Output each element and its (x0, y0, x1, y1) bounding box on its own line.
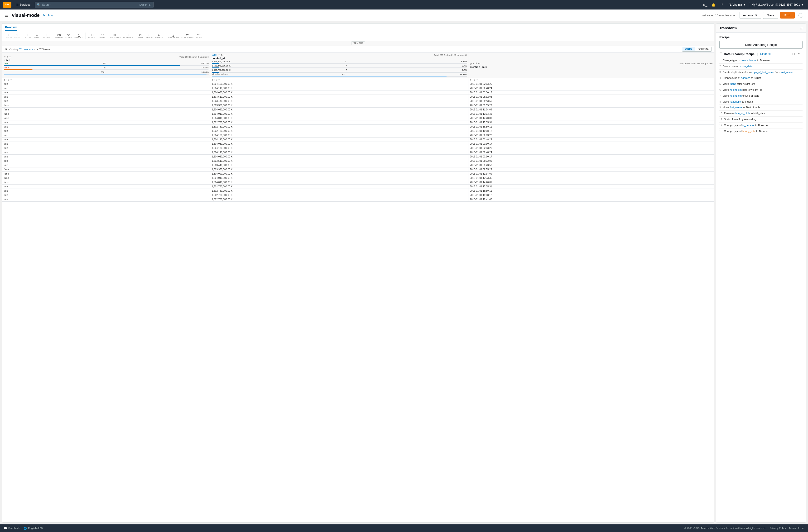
merge-button[interactable]: ⊞ MERGE (145, 33, 154, 39)
table-row: true1,503,440,000.00 K2016-01-01 08:43:5… (2, 163, 714, 167)
services-label: Services (19, 3, 31, 6)
actions-button[interactable]: Actions ▼ (739, 12, 761, 19)
more-options-rated[interactable]: ••• (10, 79, 12, 81)
preview-panel: Preview ↩ UNDO ↪ REDO ⊡ (2, 23, 714, 522)
feedback-button[interactable]: 💬 Feedback (4, 527, 20, 530)
rated-distinct: Distinct 2 (189, 56, 199, 58)
invalid-button[interactable]: ⊘ INVALID (98, 33, 107, 39)
cell-created-at-1: 1,504,110,000.00 K (210, 86, 469, 91)
duplicates-button[interactable]: ⊞ DUPLICATES (108, 33, 122, 39)
done-authoring-button[interactable]: Done Authoring Recipe (719, 41, 803, 49)
filter-button[interactable]: ⊡ FILTER (24, 33, 33, 39)
recipe-export-icon[interactable]: ⊡ (791, 52, 796, 56)
cell-created-at-14: 1,504,030,000.00 K (210, 142, 469, 146)
columns-link[interactable]: 23 columns (19, 48, 33, 51)
rated-all-other-pct: 98.84% (202, 71, 209, 73)
abc-badge-created-at: ABC (212, 54, 217, 56)
run-button[interactable]: Run (780, 12, 795, 19)
created-bar1-fill (212, 63, 219, 64)
cell-creation-date-19: 2016-01-01 08:43:50 (469, 163, 714, 167)
help-icon-btn[interactable]: ? (719, 1, 726, 8)
cell-creation-date-20: 2016-01-01 09:55:22 (469, 167, 714, 172)
table-row: false1,503,350,000.00 K2016-01-01 09:55:… (2, 103, 714, 108)
privacy-policy-link[interactable]: Privacy Policy (770, 527, 786, 530)
filter-row: ▼ ↑ ↓ ••• ▼ ↑ ↓ (2, 78, 714, 82)
creation-distinct: Distinct 259 (688, 62, 700, 65)
more-icon-created-at[interactable]: ••• (223, 54, 225, 56)
filter-icon-creation-date-row[interactable]: ▼ (469, 79, 472, 81)
locale-selector[interactable]: 🌐 English (US) (23, 527, 43, 530)
clear-all-link[interactable]: Clear all (760, 52, 770, 56)
rated-total: Total 259 (179, 56, 188, 58)
create-button[interactable]: ⊕ CREATE (154, 33, 164, 39)
data-table-container[interactable]: ▼ ⇅ ••• Total 259 Distinct 2 Unique 0 ra… (2, 53, 714, 522)
sort-button[interactable]: ⇅ SORT (33, 33, 40, 39)
tab-preview[interactable]: Preview (5, 25, 17, 31)
cell-creation-date-17: 2016-01-01 03:30:17 (469, 155, 714, 159)
extract-button[interactable]: ∑ EXTRACT (73, 33, 84, 39)
more-options-created-at[interactable]: ••• (217, 79, 220, 81)
sort-asc-icon-rated[interactable]: ↑ (6, 79, 7, 81)
sort-icon-created-at[interactable]: ⇅ (221, 54, 223, 56)
more-button[interactable]: ••• MORE (195, 33, 203, 39)
filter-icon-rated[interactable]: ▼ (4, 56, 6, 58)
sort-icon-creation-date[interactable]: ⇅ (475, 62, 477, 65)
recipe-copy-icon[interactable]: ⊞ (786, 52, 790, 56)
filter-cell-rated: ▼ ↑ ↓ ••• (2, 78, 210, 82)
undo-button[interactable]: ↩ UNDO (5, 33, 13, 39)
cell-creation-date-18: 2016-01-01 08:32:05 (469, 159, 714, 163)
filter-icon-rated-row[interactable]: ▼ (3, 79, 6, 81)
sort-desc-icon-rated[interactable]: ↓ (8, 79, 9, 81)
schema-view-button[interactable]: SCHEMA (695, 47, 712, 51)
cell-rated-18: true (2, 159, 210, 163)
services-menu[interactable]: ⊞ Services (14, 2, 32, 7)
table-row: true1,502,780,000.00 K2016-01-01 18:59:1… (2, 125, 714, 129)
more-options-creation-date[interactable]: ••• (476, 79, 478, 81)
missing-button[interactable]: □ MISSING (87, 33, 98, 39)
more-icon-creation-date[interactable]: ••• (478, 62, 480, 65)
grid-view-button[interactable]: GRID (682, 47, 695, 51)
transform-grid-icon[interactable]: ⊞ (800, 26, 803, 30)
hamburger-icon[interactable]: ☰ (5, 13, 8, 18)
functions-button[interactable]: ∑ FUNCTIONS (167, 33, 180, 39)
search-bar[interactable]: 🔍 [Option+S] (35, 2, 153, 8)
info-link[interactable]: Info (48, 14, 53, 17)
split-button[interactable]: ⊠ SPLIT (136, 33, 144, 39)
page-info-icon[interactable]: i (798, 13, 803, 18)
filter-icon-created-at-row[interactable]: ▼ (211, 79, 214, 81)
column-button[interactable]: ⊞ COLUMN (41, 33, 51, 39)
redo-button[interactable]: ↪ REDO (13, 33, 21, 39)
format-button[interactable]: Aa FORMAT (54, 33, 64, 39)
nav-right: ▶_ 🔔 ? N. Virginia ▼ MyRole/AWSUser @ 01… (702, 1, 805, 8)
more-icon-rated[interactable]: ••• (9, 56, 12, 58)
recipe-more-icon[interactable]: ••• (797, 52, 803, 56)
cell-rated-23: false (2, 180, 210, 185)
cell-rated-22: false (2, 176, 210, 180)
search-input[interactable] (42, 3, 137, 6)
conditions-button[interactable]: ⇌ CONDITIONS (180, 33, 195, 39)
sort-desc-icon-created-at[interactable]: ↓ (216, 79, 217, 81)
cell-rated-19: true (2, 163, 210, 167)
terminal-icon-btn[interactable]: ▶_ (702, 1, 709, 8)
outliers-button[interactable]: ⊡ OUTLIERS (122, 33, 134, 39)
sort-desc-icon-creation-date[interactable]: ↓ (474, 79, 475, 81)
sort-icon-rated[interactable]: ⇅ (7, 56, 8, 58)
save-button[interactable]: Save (763, 12, 778, 19)
toolbar-group-undo: ↩ UNDO ↪ REDO (4, 33, 22, 39)
recipe-step-13: 13.Change type of hourly_rate to Number (719, 129, 803, 134)
terms-of-use-link[interactable]: Terms of Use (789, 527, 804, 530)
locale-label: English (US) (28, 527, 43, 530)
rated-false-bar (4, 69, 209, 70)
sort-asc-icon-created-at[interactable]: ↑ (214, 79, 215, 81)
cell-creation-date-2: 2016-01-01 03:30:17 (469, 91, 714, 95)
edit-icon[interactable]: ✎ (42, 14, 45, 17)
filter-icon-creation-date[interactable]: ▼ (473, 62, 475, 65)
rated-all-other: 256 (101, 71, 104, 73)
sort-asc-icon-creation-date[interactable]: ↑ (472, 79, 473, 81)
bell-icon-btn[interactable]: 🔔 (710, 1, 717, 8)
user-menu[interactable]: MyRole/AWSUser @ 0123-4567-8901 ▼ (749, 2, 805, 7)
last-saved-text: Last saved 10 minutes ago (701, 14, 735, 17)
filter-icon-created-at[interactable]: ▼ (218, 54, 220, 56)
region-selector[interactable]: N. Virginia ▼ (728, 2, 747, 7)
clean-button[interactable]: A↑ CLEAN (65, 33, 73, 39)
